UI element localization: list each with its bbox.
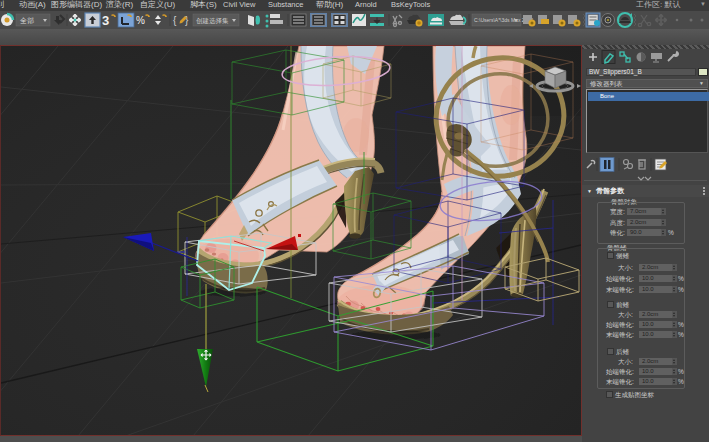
svg-text:创建选择集: 创建选择集	[196, 17, 229, 25]
svg-text:%: %	[136, 15, 145, 26]
svg-text:3: 3	[102, 13, 109, 28]
svg-text:全部: 全部	[20, 17, 34, 25]
